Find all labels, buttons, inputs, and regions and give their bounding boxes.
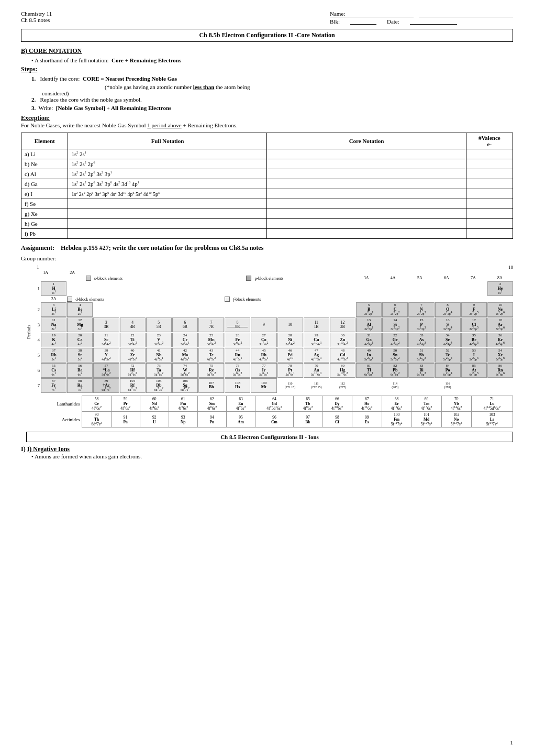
element-Re: 75Re5d56s2	[198, 363, 224, 378]
element-F: 9F2s22p5	[461, 302, 487, 317]
element-Hs: 108Hs	[225, 378, 250, 393]
empty-111: 111(272.15)	[304, 378, 329, 393]
assignment-text: Assignment: Hebden p.155 #27; write the …	[21, 244, 513, 252]
element-Pt: 78Pt5d96s1	[277, 363, 303, 378]
period-1-row: 1 1H1s1	[32, 281, 513, 296]
element-Pu: 94Pu	[197, 412, 226, 428]
d-block-8B-b: 9	[251, 317, 276, 332]
element-Cu: 29Cu3d104s1	[304, 333, 329, 347]
full-notation	[68, 209, 267, 219]
name-field[interactable]	[419, 10, 513, 17]
element-label: c) Al	[21, 169, 68, 179]
p-block-color	[246, 276, 251, 281]
empty-p15	[408, 378, 434, 393]
full-notation: 1s2 2s2 2p6	[68, 159, 267, 169]
d-block-label: d-block elements	[75, 297, 104, 302]
element-Rn: 86Rn6s26p6	[487, 363, 513, 378]
s-block-color	[86, 276, 91, 281]
element-Ba: 56Ba6s2	[67, 363, 93, 378]
legend-p-block: p-block elements	[246, 276, 352, 281]
pt-main-layout: Periods 1A 2A s-block elements p-block e…	[26, 270, 513, 393]
sg-5A: 5A	[407, 276, 433, 281]
element-He: 2He1s2	[487, 281, 513, 296]
element-Am: 95Am	[226, 412, 255, 428]
d-block-color	[67, 297, 72, 302]
element-Te: 52Te5s25p4	[435, 348, 461, 363]
negative-ions-bullet1: • Anions are formed when atoms gain elec…	[31, 453, 513, 459]
element-I: 53I5s25p5	[461, 348, 487, 363]
element-Ti: 22Ti3d24s2	[120, 333, 146, 347]
empty-cell	[198, 302, 224, 317]
element-Ac: 89†Ac6d17s2	[93, 378, 119, 393]
negative-ions-section: I) I) Negative Ions • Anions are formed …	[21, 445, 513, 459]
element-P: 15P3s23p3	[408, 317, 434, 332]
empty-cell	[304, 302, 329, 317]
element-Ho: 67Ho4f116s2	[352, 396, 382, 412]
valence-cell	[466, 209, 513, 219]
period-6-row: 6 55Cs6s1 56Ba6s2 57*La5d16s2 72Hf5d26s2…	[32, 363, 513, 378]
empty-cell	[330, 281, 355, 296]
element-Se: 34Se4s24p4	[435, 333, 461, 347]
valence-cell	[466, 169, 513, 179]
header-right: Name: Blk: Date:	[330, 10, 513, 25]
table-row: e) I 1s2 2s2 2p6 3s2 3p6 4s2 3d10 4p6 5s…	[21, 189, 513, 199]
element-Mg: 12Mg3s2	[67, 317, 93, 332]
date-field[interactable]	[410, 18, 457, 25]
element-Cl: 17Cl3s23p5	[461, 317, 487, 332]
outer-group-labels: 1 18	[37, 265, 513, 270]
period-5-row: 5 37Rb5s1 38Sr5s2 39Y4d15s2 40Zr4d25s2 4…	[32, 348, 513, 363]
valence-cell	[466, 149, 513, 159]
sg-6A: 6A	[433, 276, 460, 281]
period-4-grid: 19K4s1 20Ca4s2 21Sc3d14s2 22Ti3d24s2 23V…	[41, 333, 513, 347]
element-Np: 93Np	[169, 412, 197, 428]
element-Rh: 45Rh4d85s1	[251, 348, 276, 363]
empty-114: 114(285)	[382, 378, 408, 393]
element-Fe: 26Fe3d64s2	[225, 333, 250, 347]
element-Ni: 28Ni3d84s2	[277, 333, 303, 347]
empty-cell	[251, 302, 276, 317]
empty-cell	[330, 302, 355, 317]
empty-cell	[172, 281, 198, 296]
d-block-4B: 44B	[120, 317, 146, 332]
element-In: 49In5s25p1	[356, 348, 382, 363]
element-Lu: 71Lu4f145d16s2	[471, 396, 513, 412]
element-Hf: 72Hf5d26s2	[120, 363, 146, 378]
element-B: 5B2s22p1	[356, 302, 382, 317]
element-Mo: 42Mo4d55s1	[172, 348, 198, 363]
empty-cell	[225, 302, 250, 317]
element-Fr: 87Fr7s1	[41, 378, 66, 393]
bullet-shorthand: • A shorthand of the full notation: Core…	[31, 57, 513, 63]
element-Dy: 66Dy4f106s2	[322, 396, 352, 412]
element-Li: 3Li2s1	[41, 302, 66, 317]
element-Er: 68Er4f126s2	[382, 396, 411, 412]
actinides-row: Actinides 90Th6d27s2 91Pa 92U 93Np 94Pu …	[26, 412, 513, 428]
element-Ne: 10Ne2s22p6	[487, 302, 513, 317]
step-1: 1. Identify the core: CORE = Nearest Pre…	[31, 75, 513, 82]
element-Kr: 36Kr4s24p6	[487, 333, 513, 347]
valence-cell	[466, 229, 513, 239]
d-block-1B: 111B	[304, 317, 329, 332]
d-block-8B-c: 10	[277, 317, 303, 332]
element-Th: 90Th6d27s2	[82, 412, 111, 428]
period-3-grid: 11Na3s1 12Mg3s2 33B 44B 55B 66B 77B 8——8…	[41, 317, 513, 332]
p-block-label: p-block elements	[254, 276, 283, 281]
col-header-full: Full Notation	[68, 133, 267, 149]
element-Al: 13Al3s23p1	[356, 317, 382, 332]
empty-cell	[146, 281, 172, 296]
core-notation-cell	[267, 229, 466, 239]
blk-field[interactable]	[350, 18, 376, 25]
core-notation-cell	[267, 209, 466, 219]
element-Db: 105Db6d37s2	[146, 378, 172, 393]
empty-p17	[461, 378, 487, 393]
chapter-footer-label: Ch 8.5 Electron Configurations II - Ions	[26, 432, 513, 442]
element-label: g) Xe	[21, 209, 68, 219]
element-Bk: 97Bk	[293, 412, 322, 428]
element-C: 6C2s22p2	[382, 302, 408, 317]
core-notation-cell	[267, 199, 466, 209]
empty-cell	[408, 281, 434, 296]
element-Cr: 24Cr3d54s1	[172, 333, 198, 347]
col-header-element: Element	[21, 133, 68, 149]
period-num-3: 3	[32, 322, 40, 327]
d-block-8B-a: 8——8B——	[225, 317, 250, 332]
element-Bh: 107Bh	[198, 378, 224, 393]
